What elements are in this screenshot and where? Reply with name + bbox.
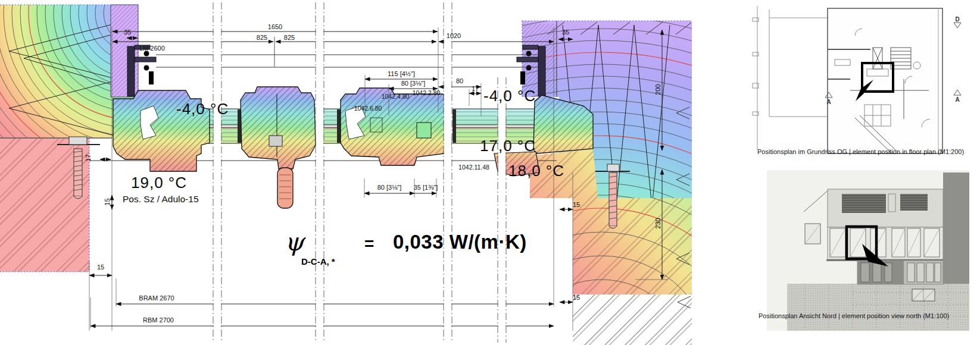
temp-wall-interior-right: 18,0 °C <box>508 163 564 178</box>
dim-bottom-15-left: 15 <box>97 264 104 271</box>
thermal-bridge-analysis-sheet: 1650 825 825 1020 35 35 LM 2600 115 [4½"… <box>0 0 980 345</box>
code-1042-2-80: 1042.2.80 <box>413 90 441 96</box>
formula-psi-symbol: ψ <box>285 230 304 255</box>
temp-room-interior: 19,0 °C <box>131 175 187 190</box>
dim-vert-15-left: 15 <box>104 198 111 205</box>
dim-offset-right: 35 <box>562 29 569 36</box>
dim-gap-17: 17 <box>472 86 479 92</box>
temp-frame-interior: 17,0 °C <box>480 138 536 153</box>
dim-total-width: 1650 <box>268 24 282 30</box>
dim-sill-35: 35 [1⅜"] <box>414 184 438 191</box>
masonry-left <box>0 137 112 272</box>
dim-right-15-top: 15 <box>573 202 580 208</box>
dim-right-15-bottom: 15 <box>573 294 580 301</box>
dim-vert-200: 200 <box>655 84 661 95</box>
floor-plan-panel <box>720 0 980 164</box>
formula-value: 0,033 W/(m·K) <box>393 232 527 252</box>
code-1042-11-48: 1042.11.48 <box>458 164 489 171</box>
formula-equals: = <box>364 236 374 252</box>
dim-rbm: RBM 2700 <box>143 317 174 324</box>
dim-frame-80-inch: 80 [3⅛"] <box>401 80 426 87</box>
plan-marker-a-right: A <box>955 97 959 103</box>
dim-right-width: 1020 <box>447 33 461 39</box>
drain-tube <box>277 168 293 208</box>
dim-gap-80: 80 <box>456 78 463 84</box>
section-break-lines <box>213 2 506 343</box>
dim-offset-left: 35 <box>124 29 131 36</box>
floor-plan-caption: Positionsplan im Grundriss OG | element … <box>757 149 964 155</box>
temp-exterior-right: -4,0 °C <box>483 88 536 104</box>
dim-bram: BRAM 2670 <box>139 295 174 302</box>
elevation-caption: Positionsplan Ansicht Nord | element pos… <box>759 313 949 319</box>
dim-lm-width: LM 2600 <box>139 45 165 52</box>
dim-half-left: 825 <box>257 34 267 41</box>
drawing-canvas <box>0 0 980 345</box>
code-1042-4-80: 1042.4.80 <box>382 93 410 100</box>
dim-vert-230: 230 <box>655 218 661 228</box>
temp-exterior-left: -4,0 °C <box>176 101 229 117</box>
code-1042-6-80: 1042.6.80 <box>354 105 382 112</box>
dim-frame-115: 115 [4½"] <box>388 71 415 77</box>
facade-profile-left <box>127 45 156 96</box>
frame-mullion-1 <box>241 87 316 208</box>
dim-sill-80: 80 [3⅛"] <box>377 184 402 191</box>
position-label: Pos. Sz / Adulo-15 <box>123 195 199 204</box>
dim-half-right: 825 <box>284 34 295 41</box>
plan-marker-a-left: A <box>826 99 831 105</box>
dim-vert-17: 17 <box>85 154 92 161</box>
plan-marker-d: D <box>955 17 959 23</box>
formula-subscript: D-C-A, * <box>301 257 335 266</box>
